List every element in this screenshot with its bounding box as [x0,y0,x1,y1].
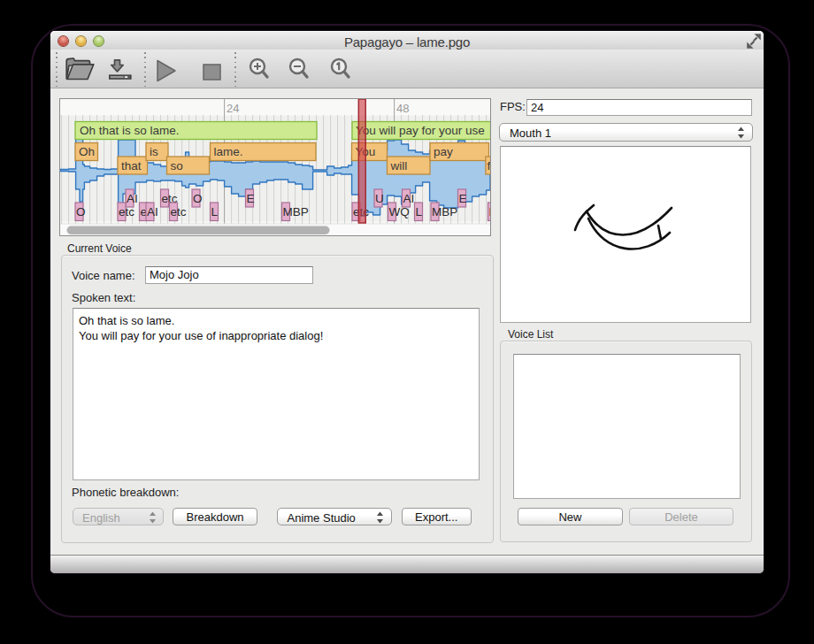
svg-text:F: F [489,205,491,218]
svg-text:f: f [487,159,490,172]
svg-text:L: L [416,205,423,218]
svg-text:will: will [390,159,408,172]
svg-text:L: L [211,205,219,218]
svg-text:WQ: WQ [389,205,410,218]
svg-text:O: O [193,192,203,205]
svg-text:MBP: MBP [432,205,457,218]
svg-text:AI: AI [127,192,138,205]
svg-text:so: so [171,159,183,172]
svg-text:Oh that is so lame.: Oh that is so lame. [80,124,180,137]
svg-text:AI: AI [403,192,415,205]
svg-text:O: O [76,205,86,218]
svg-text:Oh: Oh [79,145,95,158]
svg-text:etc: etc [119,205,134,218]
svg-text:24: 24 [227,102,239,115]
svg-text:etc: etc [171,205,187,218]
svg-text:MBP: MBP [283,205,309,218]
svg-text:E: E [459,192,467,205]
svg-text:AI: AI [147,205,158,218]
svg-text:48: 48 [396,102,409,115]
svg-text:is: is [150,145,158,158]
svg-text:You will pay for your use: You will pay for your use [356,124,485,137]
svg-text:pay: pay [434,145,453,158]
svg-text:that: that [121,159,142,172]
svg-text:E: E [247,192,255,205]
svg-text:U: U [375,192,384,205]
svg-text:lame.: lame. [214,145,243,158]
